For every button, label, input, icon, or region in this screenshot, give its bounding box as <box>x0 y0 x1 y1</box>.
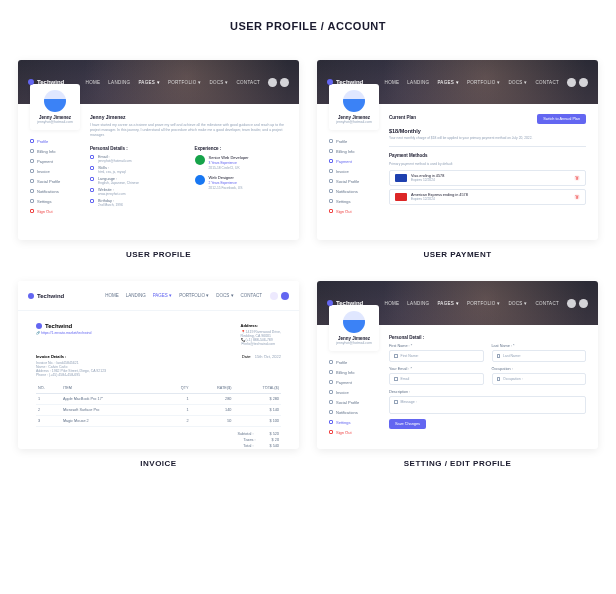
header-action[interactable] <box>270 292 278 300</box>
brand-logo[interactable]: Techwind <box>327 300 363 306</box>
gift-icon <box>90 199 94 203</box>
avatar[interactable] <box>268 78 277 87</box>
nav-landing[interactable]: LANDING <box>126 293 146 298</box>
user-profile-card: Techwind HOME LANDING PAGES ▾ PORTFOLIO … <box>18 60 299 240</box>
detail-skills: Skills :html, css, js, mysql <box>90 166 183 174</box>
table-row: 2Microsoft Surface Pro1140$ 140 <box>36 405 281 416</box>
message-icon <box>394 400 398 404</box>
delete-card-button[interactable]: 🗑 <box>574 194 580 200</box>
payment-methods-head: Payment Methods <box>389 153 586 158</box>
nav-portfolio[interactable]: PORTFOLIO ▾ <box>179 293 209 298</box>
table-row: 1Apple MacBook Pro 17"1280$ 280 <box>36 394 281 405</box>
top-nav: HOME LANDING PAGES ▾ PORTFOLIO ▾ DOCS ▾ … <box>86 80 260 85</box>
sidebar-item-billing[interactable]: Billing Info <box>329 367 379 377</box>
plan-description: Your next monthly charge of $18 will be … <box>389 136 586 140</box>
sidebar-item-settings[interactable]: Settings <box>329 417 379 427</box>
user-icon <box>394 354 398 358</box>
sidebar-item-invoice[interactable]: Invoice <box>329 387 379 397</box>
sidebar-item-billing[interactable]: Billing Info <box>30 146 80 156</box>
top-header-light: Techwind HOME LANDING PAGES ▾ PORTFOLIO … <box>18 281 299 311</box>
occupation-input[interactable]: Occupation : <box>492 373 587 385</box>
nav-contact[interactable]: CONTACT <box>241 293 262 298</box>
nav-pages[interactable]: PAGES ▾ <box>138 80 160 85</box>
experience-item: Web Designer2 Years Experience2012-15 Fa… <box>195 175 288 190</box>
sidebar-item-settings[interactable]: Settings <box>30 196 80 206</box>
profile-summary: Jenny Jimenez jennyhot@hotmail.com <box>329 84 379 130</box>
profile-photo <box>44 90 66 112</box>
sidebar-item-settings[interactable]: Settings <box>329 196 379 206</box>
sidebar-item-payment[interactable]: Payment <box>329 377 379 387</box>
sidebar-item-billing[interactable]: Billing Info <box>329 146 379 156</box>
sidebar-item-signout[interactable]: Sign Out <box>30 206 80 216</box>
nav-landing[interactable]: LANDING <box>108 80 130 85</box>
sidebar-item-social[interactable]: Social Profile <box>329 397 379 407</box>
sidebar-item-notifications[interactable]: Notifications <box>329 186 379 196</box>
sidebar-item-signout[interactable]: Sign Out <box>329 206 379 216</box>
sidebar-item-signout[interactable]: Sign Out <box>329 427 379 437</box>
nav-contact[interactable]: CONTACT <box>236 80 260 85</box>
profile-photo <box>343 90 365 112</box>
email-label: Your Email : * <box>389 367 484 371</box>
amex-icon <box>395 193 407 201</box>
nav-portfolio[interactable]: PORTFOLIO ▾ <box>168 80 201 85</box>
company-icon <box>195 175 205 185</box>
invoice-totals: Subtotal :$ 520 Taxes :$ 20 Total :$ 540 <box>36 431 281 449</box>
plan-price: $18/Monthly <box>389 128 586 134</box>
user-icon <box>497 354 501 358</box>
nav-docs[interactable]: DOCS ▾ <box>216 293 233 298</box>
detail-language: Language :English, Japanese, Chinese <box>90 177 183 185</box>
page-title: USER PROFILE / ACCOUNT <box>18 20 598 32</box>
brand-logo[interactable]: Techwind <box>28 79 64 85</box>
delete-card-button[interactable]: 🗑 <box>574 175 580 181</box>
sidebar-item-profile[interactable]: Profile <box>329 136 379 146</box>
sidebar-item-notifications[interactable]: Notifications <box>329 407 379 417</box>
bio-text: I have started my career as a trainee an… <box>90 123 287 138</box>
mail-icon <box>394 377 398 381</box>
nav-home[interactable]: HOME <box>86 80 101 85</box>
switch-plan-button[interactable]: Switch to Annual Plan <box>537 114 586 124</box>
company-icon <box>195 155 205 165</box>
sidebar-item-profile[interactable]: Profile <box>329 357 379 367</box>
invoice-brand: Techwind <box>36 323 91 329</box>
invoice-link[interactable]: 🔗 https://1.envato.market/techwind <box>36 331 91 335</box>
caption: SETTING / EDIT PROFILE <box>317 459 598 468</box>
sidebar-item-payment[interactable]: Payment <box>30 156 80 166</box>
globe-icon <box>90 177 94 181</box>
brand-logo[interactable]: Techwind <box>327 79 363 85</box>
experience-head: Experience : <box>195 146 288 151</box>
user-payment-card: Techwind HOMELANDINGPAGES ▾PORTFOLIO ▾DO… <box>317 60 598 240</box>
sidebar-item-payment[interactable]: Payment <box>329 156 379 166</box>
sidebar-item-notifications[interactable]: Notifications <box>30 186 80 196</box>
last-name-input[interactable]: Last Name: <box>492 350 587 362</box>
header-action[interactable] <box>281 292 289 300</box>
last-name-label: Last Name : * <box>492 344 587 348</box>
bookmark-icon <box>497 377 501 381</box>
sidebar-item-profile[interactable]: Profile <box>30 136 80 146</box>
profile-photo <box>343 311 365 333</box>
caption: USER PROFILE <box>18 250 299 259</box>
caption: USER PAYMENT <box>317 250 598 259</box>
detail-website: Website :www.jennyhot.com <box>90 188 183 196</box>
brand-logo[interactable]: Techwind <box>28 293 64 299</box>
first-name-label: First Name : * <box>389 344 484 348</box>
sidebar-item-invoice[interactable]: Invoice <box>329 166 379 176</box>
sidebar-item-social[interactable]: Social Profile <box>30 176 80 186</box>
nav-pages[interactable]: PAGES ▾ <box>153 293 172 298</box>
save-changes-button[interactable]: Save Changes <box>389 419 426 429</box>
nav-home[interactable]: HOME <box>105 293 119 298</box>
link-icon <box>90 188 94 192</box>
sidebar-item-invoice[interactable]: Invoice <box>30 166 80 176</box>
invoice-details-head: Invoice Details : <box>36 354 106 359</box>
current-plan-label: Current Plan <box>389 115 416 120</box>
detail-email: Email :jennyhot@hotmail.com <box>90 155 183 163</box>
avatar[interactable] <box>280 78 289 87</box>
sidebar-item-social[interactable]: Social Profile <box>329 176 379 186</box>
experience-item: Senior Web Developer3 Years Experience20… <box>195 155 288 170</box>
first-name-input[interactable]: First Name: <box>389 350 484 362</box>
description-input[interactable]: Message : <box>389 396 586 414</box>
invoice-card: Techwind HOME LANDING PAGES ▾ PORTFOLIO … <box>18 281 299 449</box>
profile-summary: Jenny Jimenez jennyhot@hotmail.com <box>329 305 379 351</box>
email-input[interactable]: Email <box>389 373 484 385</box>
nav-docs[interactable]: DOCS ▾ <box>209 80 228 85</box>
profile-email: jennyhot@hotmail.com <box>34 120 76 124</box>
